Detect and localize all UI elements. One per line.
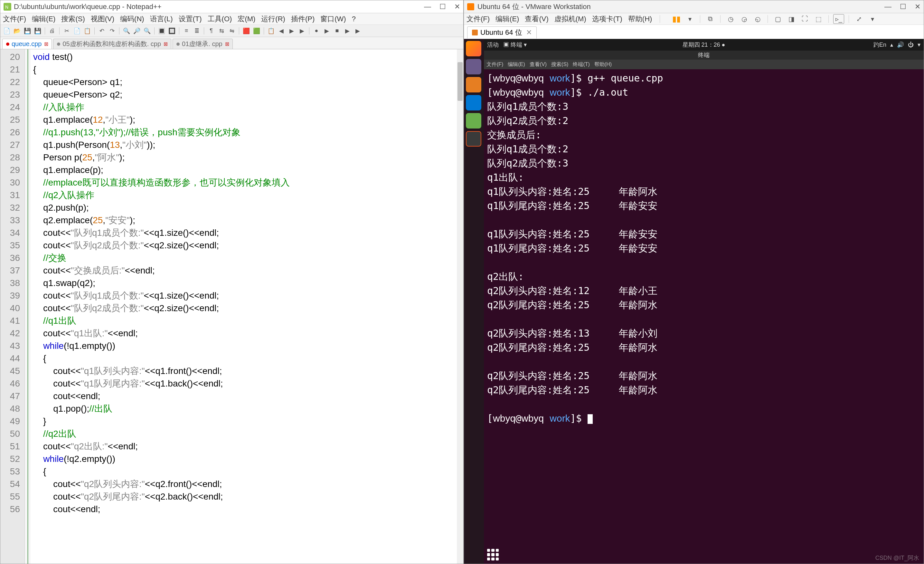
toolbar-button[interactable]: 🔍 xyxy=(142,26,152,35)
tab-close-icon[interactable]: ⊠ xyxy=(44,41,48,47)
toolbar-button[interactable]: ⇋ xyxy=(227,26,236,35)
menu-item[interactable]: 语言(L) xyxy=(150,14,173,24)
snapshot-icon[interactable]: ◷ xyxy=(725,14,736,24)
toolbar-button[interactable]: 🔳 xyxy=(157,26,166,35)
menu-item[interactable]: 运行(R) xyxy=(261,14,285,24)
close-button[interactable]: ✕ xyxy=(915,3,921,11)
terminal-dock-icon[interactable] xyxy=(466,131,482,147)
toolbar-button[interactable]: ↶ xyxy=(97,26,106,35)
scrollbar-thumb[interactable] xyxy=(458,62,463,101)
toolbar-button[interactable]: ▶ xyxy=(353,26,362,35)
minimize-button[interactable]: — xyxy=(424,3,431,11)
ubuntu-top-panel[interactable]: 活动▣ 终端 ▾ 星期四 21：26 ● 趵En ▴ 🔊 ⏻ ▾ xyxy=(484,39,924,51)
volume-icon[interactable]: 🔊 xyxy=(897,41,904,48)
minimize-button[interactable]: — xyxy=(884,3,891,11)
menu-item[interactable]: 编辑(E) xyxy=(495,14,519,24)
editor-tab[interactable]: 01虚继承. cpp⊠ xyxy=(172,39,233,49)
toolbar-button[interactable]: 📄 xyxy=(72,26,81,35)
menu-item[interactable]: 文件(F) xyxy=(486,61,503,68)
toolbar-button[interactable]: 📋 xyxy=(267,26,276,35)
send-keys-icon[interactable]: ⧉ xyxy=(705,14,716,24)
menu-item[interactable]: 视图(V) xyxy=(91,14,114,24)
tab-close-icon[interactable]: ⊠ xyxy=(225,41,229,47)
fullscreen-icon[interactable]: ⛶ xyxy=(800,14,810,24)
menu-item[interactable]: 帮助(H) xyxy=(628,14,652,24)
toolbar-button[interactable]: ▶ xyxy=(297,26,306,35)
panel-clock[interactable]: 星期四 21：26 ● xyxy=(682,41,725,49)
tab-close-icon[interactable]: ✕ xyxy=(526,29,532,37)
tab-close-icon[interactable]: ⊠ xyxy=(164,41,168,47)
panel-status-area[interactable]: 趵En ▴ 🔊 ⏻ ▾ xyxy=(873,41,921,49)
show-applications-button[interactable] xyxy=(487,549,499,561)
npp-editor[interactable]: 2021222324252627282930313233343536373839… xyxy=(0,49,463,564)
vmw-tab-ubuntu[interactable]: Ubuntu 64 位 ✕ xyxy=(467,26,537,39)
menu-item[interactable]: 宏(M) xyxy=(238,14,255,24)
toolbar-button[interactable]: ▶ xyxy=(322,26,331,35)
menu-item[interactable]: 帮助(H) xyxy=(594,61,612,68)
toolbar-button[interactable]: ▶ xyxy=(343,26,352,35)
toolbar-button[interactable]: ● xyxy=(312,26,321,35)
menu-item[interactable]: 工具(O) xyxy=(208,14,232,24)
toolbar-button[interactable]: 🔎 xyxy=(132,26,141,35)
terminal-body[interactable]: [wbyq@wbyq work]$ g++ queue.cpp [wbyq@wb… xyxy=(484,69,924,564)
maximize-button[interactable]: ☐ xyxy=(900,3,906,11)
toolbar-button[interactable]: 🟥 xyxy=(242,26,251,35)
menu-item[interactable]: 插件(P) xyxy=(291,14,315,24)
menu-item[interactable]: 文件(F) xyxy=(466,14,490,24)
toolbar-button[interactable]: 🔍 xyxy=(122,26,131,35)
files-dock-icon[interactable] xyxy=(466,59,482,74)
console-icon[interactable]: ▹_ xyxy=(833,14,844,24)
vscode-dock-icon[interactable] xyxy=(466,95,482,110)
menu-item[interactable]: 查看(V) xyxy=(525,14,548,24)
terminal-window[interactable]: 终端 文件(F)编辑(E)查看(V)搜索(S)终端(T)帮助(H) [wbyq@… xyxy=(484,51,924,564)
editor-tab[interactable]: 05虚析构函数和纯虚析构函数. cpp⊠ xyxy=(53,39,171,49)
panel-item[interactable]: 活动 xyxy=(487,41,499,49)
pause-button[interactable]: ▮▮ xyxy=(671,14,682,24)
toolbar-button[interactable]: ≣ xyxy=(192,26,201,35)
toolbar-button[interactable]: 🟩 xyxy=(252,26,261,35)
revert-icon[interactable]: ◵ xyxy=(752,14,763,24)
menu-item[interactable]: 虚拟机(M) xyxy=(554,14,586,24)
snapshot-manager-icon[interactable]: ◶ xyxy=(738,14,750,24)
stretch-icon[interactable]: ⤢ xyxy=(854,14,864,24)
toolbar-button[interactable]: ⇆ xyxy=(217,26,226,35)
menu-item[interactable]: 终端(T) xyxy=(573,61,590,68)
toolbar-dropdown2-icon[interactable]: ▾ xyxy=(867,14,878,24)
menu-item[interactable]: 设置(T) xyxy=(178,14,202,24)
power-icon[interactable]: ⏻ xyxy=(908,42,914,48)
npp-titlebar[interactable]: N D:\ubuntu\ubuntu\work\queue.cpp - Note… xyxy=(0,0,463,13)
menu-item[interactable]: 选项卡(T) xyxy=(592,14,622,24)
software-dock-icon[interactable] xyxy=(466,77,482,92)
toolbar-button[interactable]: ↷ xyxy=(108,26,117,35)
toolbar-button[interactable]: 📄 xyxy=(2,26,11,35)
editor-scrollbar[interactable] xyxy=(457,49,463,564)
menu-item[interactable]: 编辑(E) xyxy=(508,61,525,68)
editor-tab[interactable]: queue.cpp⊠ xyxy=(2,39,52,49)
menu-item[interactable]: 查看(V) xyxy=(530,61,547,68)
firefox-dock-icon[interactable] xyxy=(466,41,482,56)
menu-item[interactable]: 窗口(W) xyxy=(320,14,346,24)
menu-item[interactable]: 搜索(S) xyxy=(61,14,85,24)
menu-item[interactable]: 搜索(S) xyxy=(551,61,568,68)
code-area[interactable]: void test(){ queue<Person> q1; queue<Per… xyxy=(31,49,463,564)
network-icon[interactable]: ▴ xyxy=(890,41,893,48)
toolbar-dropdown-icon[interactable]: ▾ xyxy=(684,14,695,24)
vmw-titlebar[interactable]: Ubuntu 64 位 - VMware Workstation — ☐ ✕ xyxy=(464,0,924,13)
maximize-button[interactable]: ☐ xyxy=(440,3,446,11)
close-button[interactable]: ✕ xyxy=(454,3,460,11)
toolbar-button[interactable]: 🖨 xyxy=(48,26,57,35)
toolbar-button[interactable]: ▶ xyxy=(287,26,296,35)
toolbar-button[interactable]: 💾 xyxy=(23,26,32,35)
menu-item[interactable]: ? xyxy=(352,15,356,23)
toolbar-button[interactable]: ◀ xyxy=(277,26,286,35)
terminal-titlebar[interactable]: 终端 xyxy=(484,51,924,60)
menu-item[interactable]: 编辑(E) xyxy=(32,14,56,24)
toolbar-button[interactable]: ≡ xyxy=(182,26,191,35)
toolbar-button[interactable]: 📂 xyxy=(12,26,22,35)
toolbar-button[interactable]: 💾 xyxy=(33,26,42,35)
toolbar-button[interactable]: ■ xyxy=(333,26,342,35)
unity-icon[interactable]: ⬚ xyxy=(813,14,824,24)
panel-item[interactable]: ▣ 终端 ▾ xyxy=(503,41,527,49)
input-method-indicator[interactable]: 趵En xyxy=(873,41,886,49)
view-sidebar-icon[interactable]: ◨ xyxy=(786,14,797,24)
